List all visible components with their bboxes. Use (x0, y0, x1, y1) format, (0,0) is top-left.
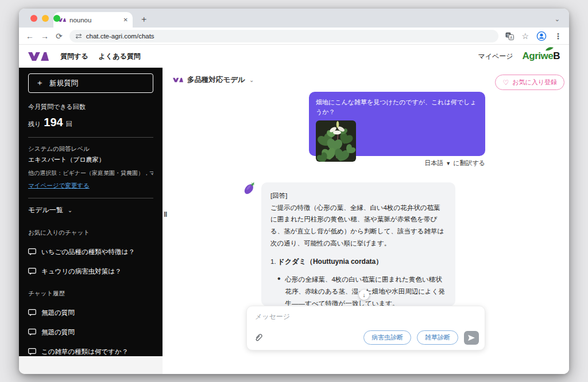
browser-tabstrip: nounou ✕ ＋ ⌄ (19, 9, 569, 28)
model-selector[interactable]: 多品種対応モデル ⌄ (173, 75, 254, 85)
profile-icon[interactable] (536, 31, 547, 41)
attached-plant-photo[interactable] (316, 120, 356, 162)
translate-control[interactable]: 日本語 ▼ に翻訳する (424, 159, 485, 167)
history-chat-item[interactable]: この雑草の種類は何ですか？ (28, 348, 153, 356)
favorite-chat-item[interactable]: いちごの品種の種類や特徴は？ (28, 248, 153, 256)
assistant-intro-text: ご提示の特徴（心形の葉、全縁、白い4枚の花弁状の苞葉に囲まれた円柱形の黄色い穂、… (270, 202, 446, 250)
reload-button[interactable]: ⟳ (56, 32, 63, 40)
browser-window: nounou ✕ ＋ ⌄ ← → ⟳ chat.cte-agri.com/cha… (19, 9, 569, 374)
app-logo[interactable] (28, 52, 49, 61)
pest-diagnosis-button[interactable]: 病害虫診断 (363, 330, 411, 345)
caret-down-icon: ▼ (446, 161, 451, 166)
site-settings-icon[interactable] (75, 33, 82, 40)
translate-icon[interactable]: 文 A (505, 32, 514, 40)
scroll-to-bottom-button[interactable]: ↓ (359, 290, 369, 300)
new-question-label: 新規質問 (49, 79, 78, 88)
translate-language[interactable]: 日本語 (424, 159, 443, 167)
favorite-register-label: お気に入り登録 (512, 78, 557, 87)
chat-item-label: 無題の質問 (41, 328, 75, 337)
brand-text-dark: B (553, 50, 560, 62)
assistant-answer-label: [回答] (270, 190, 446, 202)
model-name: 多品種対応モデル (187, 75, 245, 85)
chat-bubble-icon (28, 268, 36, 275)
new-question-button[interactable]: ＋ 新規質問 (28, 73, 153, 93)
favorites-section-label: お気に入りのチャット (28, 229, 153, 237)
favorite-register-button[interactable]: ♡ お気に入り登録 (495, 75, 564, 90)
history-section-label: チャット履歴 (28, 290, 153, 298)
assistant-avatar-wrap (241, 180, 257, 196)
translate-suffix: に翻訳する (453, 159, 485, 167)
bookmark-star-icon[interactable]: ☆ (521, 32, 529, 41)
model-list-toggle[interactable]: モデル一覧 ⌄ (28, 205, 153, 215)
url-text: chat.cte-agri.com/chats (86, 33, 154, 40)
close-window-button[interactable] (30, 15, 37, 22)
chat-item-label: 無題の質問 (41, 309, 75, 317)
address-bar[interactable]: chat.cte-agri.com/chats (69, 30, 499, 42)
weed-diagnosis-button[interactable]: 雑草診断 (417, 330, 458, 345)
down-arrow-icon: ↓ (363, 292, 366, 298)
model-list-label: モデル一覧 (28, 205, 63, 215)
heart-icon: ♡ (502, 79, 509, 87)
species-bullet: • 心形の全縁葉、4枚の白い苞葉に囲まれた黄色い穂状花序、赤味のある茎、湿った畑… (270, 274, 446, 306)
history-chat-item[interactable]: 無題の質問 (28, 309, 153, 317)
attach-file-button[interactable] (254, 333, 262, 342)
species-list-item: 1. ドクダミ（Houttuynia cordata） (270, 257, 446, 267)
quota-prefix: 残り (28, 120, 41, 128)
user-message-bubble: 畑地にこんな雑草を見つけたのですが、これは何でしょうか？ (309, 92, 485, 156)
quota-remaining: 残り 194 回 (28, 116, 153, 129)
chat-bubble-icon (28, 309, 36, 317)
maximize-window-button[interactable] (53, 15, 60, 22)
message-composer: 病害虫診断 雑草診断 (246, 306, 485, 350)
history-chat-item[interactable]: 無題の質問 (28, 328, 153, 337)
species-name: ドクダミ（Houttuynia cordata） (278, 258, 382, 266)
page-content: ＋ 新規質問 今月質問できる回数 残り 194 回 システムの回答レベル エキス… (19, 68, 569, 374)
send-button[interactable] (464, 331, 479, 345)
forward-button[interactable]: → (41, 32, 49, 40)
header-right: マイページ Agriwe B (478, 50, 560, 62)
chevron-down-icon: ⌄ (68, 207, 72, 213)
app-header: 質問する よくある質問 マイページ Agriwe B (19, 45, 569, 68)
user-message-text: 畑地にこんな雑草を見つけたのですが、これは何でしょうか？ (316, 98, 478, 116)
answer-level-value: エキスパート（プロ農家） (28, 155, 153, 164)
tab-close-icon[interactable]: ✕ (123, 17, 128, 23)
quota-suffix: 回 (66, 120, 72, 128)
minimize-window-button[interactable] (42, 15, 49, 22)
message-input[interactable] (255, 313, 473, 321)
tab-title: nounou (69, 17, 120, 24)
header-nav: 質問する よくある質問 (60, 52, 141, 61)
answer-level-label: システムの回答レベル (28, 145, 153, 154)
paperclip-icon (254, 333, 262, 342)
browser-tab[interactable]: nounou ✕ (53, 12, 133, 28)
sidebar-resize-handle[interactable]: ‖ (164, 210, 167, 219)
divider (28, 198, 153, 198)
chevron-down-icon: ⌄ (249, 77, 254, 83)
sidebar: ＋ 新規質問 今月質問できる回数 残り 194 回 システムの回答レベル エキス… (19, 68, 163, 356)
chat-bubble-icon (28, 348, 36, 356)
tab-search-chevron-icon[interactable]: ⌄ (555, 15, 560, 23)
back-button[interactable]: ← (26, 32, 34, 40)
bullet-icon: • (277, 274, 281, 306)
send-plane-icon (468, 334, 475, 341)
leaf-icon (545, 46, 554, 51)
brand-text-green: Agriwe (523, 50, 554, 61)
answer-level-options: 他の選択肢：ビギナー（家庭菜園・貸農園），マスター… (28, 169, 153, 177)
chat-item-label: キュウリの病害虫対策は？ (41, 267, 122, 276)
model-logo-icon (173, 77, 183, 83)
chat-bubble-icon (28, 248, 36, 256)
divider (28, 137, 153, 138)
favorite-chat-item[interactable]: キュウリの病害虫対策は？ (28, 267, 153, 276)
nav-ask-question[interactable]: 質問する (60, 52, 88, 61)
composer-toolbar: 病害虫診断 雑草診断 (254, 330, 479, 345)
chat-item-label: この雑草の種類は何ですか？ (41, 348, 128, 356)
agriweb-logo[interactable]: Agriwe B (523, 50, 560, 62)
plus-icon: ＋ (36, 78, 44, 88)
browser-toolbar: ← → ⟳ chat.cte-agri.com/chats 文 A ☆ ⋮ (19, 28, 569, 45)
chat-bubble-icon (28, 329, 36, 336)
change-level-link[interactable]: マイページで変更する (28, 182, 90, 190)
new-tab-button[interactable]: ＋ (140, 14, 148, 25)
quota-count: 194 (44, 116, 63, 129)
svg-text:A: A (510, 35, 513, 39)
menu-kebab-icon[interactable]: ⋮ (554, 32, 562, 41)
nav-faq[interactable]: よくある質問 (99, 52, 141, 61)
mypage-link[interactable]: マイページ (478, 52, 513, 61)
